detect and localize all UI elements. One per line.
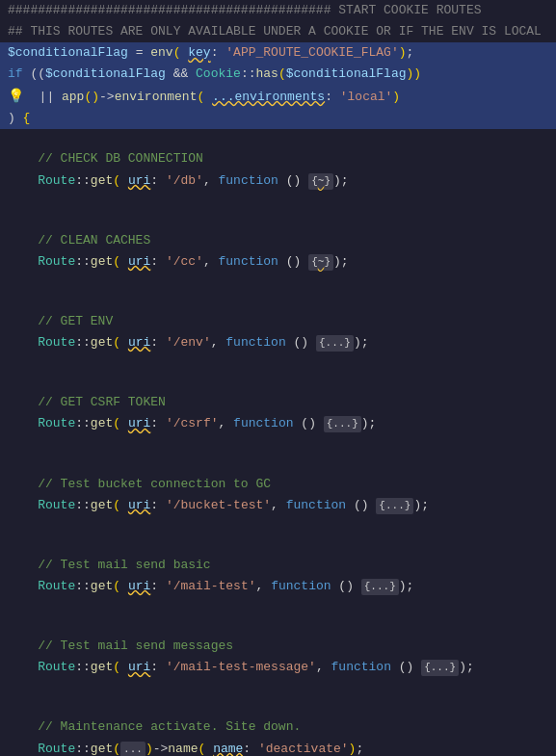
line-empty-13 (0, 616, 556, 636)
collapsed-block[interactable]: {...} (324, 416, 361, 432)
line-clean-caches-comment: // CLEAN CACHES (0, 230, 556, 251)
token-paren: ( (113, 740, 120, 757)
token-comment: // GET ENV (8, 312, 113, 331)
token-function: has (255, 65, 278, 84)
token-plain: , (203, 252, 219, 272)
token-plain (8, 577, 38, 596)
token-named-arg: key (188, 43, 210, 63)
token-named-arg: ...environments (212, 88, 325, 107)
token-string: '/mail-test' (166, 577, 256, 596)
token-keyword: function (271, 577, 331, 596)
token-plain: : (243, 740, 258, 757)
line-get-env-comment: // GET ENV (0, 311, 556, 332)
token-paren: ) (146, 740, 153, 757)
token-plain: , (211, 333, 226, 352)
token-plain: (( (23, 65, 45, 84)
line-empty-1 (0, 129, 556, 148)
token-function: app (62, 88, 84, 107)
token-comment: // GET CSRF TOKEN (8, 393, 166, 412)
token-paren: ( (113, 496, 120, 515)
token-paren: ( (173, 43, 181, 63)
token-function: environment (115, 88, 198, 107)
token-string: '/bucket-test' (166, 496, 271, 515)
token-plain: :: (75, 414, 91, 433)
token-plain: : (150, 577, 166, 596)
token-plain: : (150, 658, 166, 677)
token-plain: , (256, 577, 272, 596)
token-bracket: { (23, 109, 31, 128)
token-plain: && (166, 65, 196, 84)
token-named-arg: uri (128, 414, 150, 433)
collapsed-block[interactable]: ... (120, 742, 146, 757)
token-plain: : (325, 88, 340, 107)
token-keyword: if (8, 65, 23, 84)
collapsed-block[interactable]: {...} (421, 660, 459, 676)
token-function: get (91, 171, 113, 191)
token-paren: ) (399, 43, 407, 63)
token-string: 'APP_ROUTE_COOKIE_FLAG' (225, 43, 398, 63)
token-plain: ); (361, 414, 377, 433)
token-plain: :: (75, 740, 91, 757)
token-paren: () (84, 88, 99, 107)
token-function: get (91, 333, 113, 352)
hash-comment: ########################################… (8, 1, 481, 20)
line-empty-14 (0, 678, 556, 697)
line-route-bucket: Route :: get ( uri : '/bucket-test' , fu… (0, 495, 556, 516)
line-empty-15 (0, 697, 556, 717)
token-function: get (91, 496, 113, 515)
token-scope: Route (38, 333, 75, 352)
token-plain (204, 88, 212, 107)
token-plain: ); (413, 496, 429, 515)
collapsed-block[interactable]: {...} (376, 498, 413, 514)
token-plain: : (150, 171, 166, 191)
token-function: get (91, 740, 113, 757)
token-plain: ); (459, 658, 474, 677)
line-empty-3 (0, 211, 556, 230)
token-scope: Cookie (196, 65, 241, 84)
token-keyword: function (225, 333, 285, 352)
line-3: $conditionalFlag = env ( key : 'APP_ROUT… (0, 42, 556, 64)
token-plain (120, 171, 128, 191)
token-function: get (91, 658, 113, 677)
line-mail-message-comment: // Test mail send messages (0, 636, 556, 657)
line-6: ) { (0, 108, 556, 129)
token-plain: :: (75, 577, 91, 596)
token-function: get (91, 577, 113, 596)
token-plain: : (150, 333, 166, 352)
line-empty-4 (0, 273, 556, 292)
token-named-arg: uri (128, 496, 150, 515)
line-empty-12 (0, 597, 556, 616)
code-editor: ########################################… (0, 0, 556, 756)
token-paren: )) (407, 65, 422, 84)
token-scope: Route (38, 252, 75, 272)
token-named-arg: name (213, 740, 243, 757)
token-keyword: function (219, 171, 278, 191)
hash-comment: ## THIS ROUTES ARE ONLY AVAILABLE UNDER … (8, 22, 542, 41)
token-scope: Route (38, 658, 75, 677)
collapsed-block[interactable]: {~} (308, 254, 333, 271)
token-plain: () (331, 577, 361, 596)
token-comment: // Test mail send basic (8, 556, 211, 575)
collapsed-block[interactable]: {~} (308, 173, 333, 190)
token-paren: ( (113, 252, 120, 272)
collapsed-block[interactable]: {...} (361, 579, 399, 595)
line-2: ## THIS ROUTES ARE ONLY AVAILABLE UNDER … (0, 21, 556, 42)
token-plain (120, 658, 128, 677)
token-paren: ( (113, 333, 120, 352)
line-bucket-comment: // Test bucket connection to GC (0, 474, 556, 495)
token-plain: : (150, 414, 166, 433)
token-string: 'deactivate' (258, 740, 349, 757)
token-plain (120, 333, 128, 352)
token-scope: Route (38, 740, 75, 757)
token-plain: || (24, 88, 62, 107)
token-plain (8, 252, 38, 272)
token-plain (120, 577, 128, 596)
token-plain: , (219, 414, 234, 433)
token-plain (8, 658, 38, 677)
token-paren: ( (113, 171, 120, 191)
line-route-env: Route :: get ( uri : '/env' , function (… (0, 332, 556, 353)
collapsed-block[interactable]: {...} (316, 335, 354, 352)
token-scope: Route (38, 577, 75, 596)
token-plain: : (211, 43, 226, 63)
token-comment: // CLEAN CACHES (8, 231, 150, 250)
